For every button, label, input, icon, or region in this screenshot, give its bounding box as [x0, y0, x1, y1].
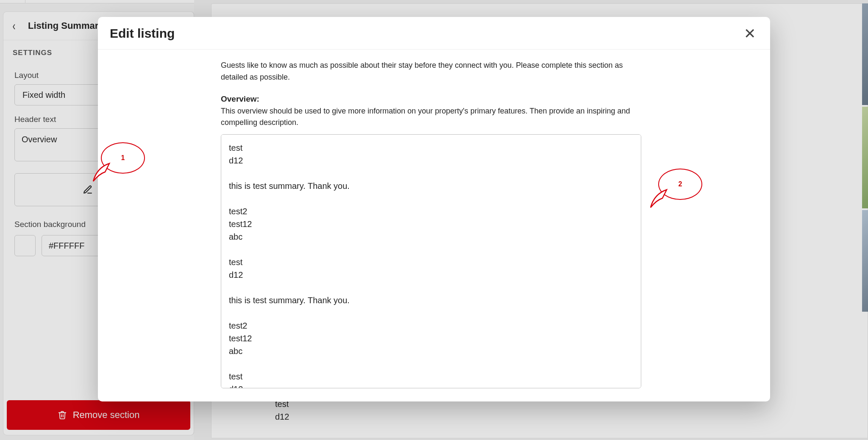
close-icon[interactable]: ✕: [741, 26, 758, 41]
edit-listing-modal: Edit listing ✕ Guests like to know as mu…: [98, 17, 770, 401]
overview-heading: Overview:: [221, 94, 647, 104]
modal-header: Edit listing ✕: [98, 17, 770, 50]
modal-title: Edit listing: [110, 26, 175, 41]
modal-intro-text: Guests like to know as much as possible …: [221, 60, 647, 83]
app-root: ‹ Listing Summary SETTINGS Layout Fixed …: [0, 0, 868, 440]
overview-description: This overview should be used to give mor…: [221, 105, 647, 128]
modal-body: Guests like to know as much as possible …: [98, 50, 770, 401]
modal-overlay[interactable]: Edit listing ✕ Guests like to know as mu…: [0, 0, 868, 440]
overview-textarea[interactable]: [221, 134, 641, 388]
